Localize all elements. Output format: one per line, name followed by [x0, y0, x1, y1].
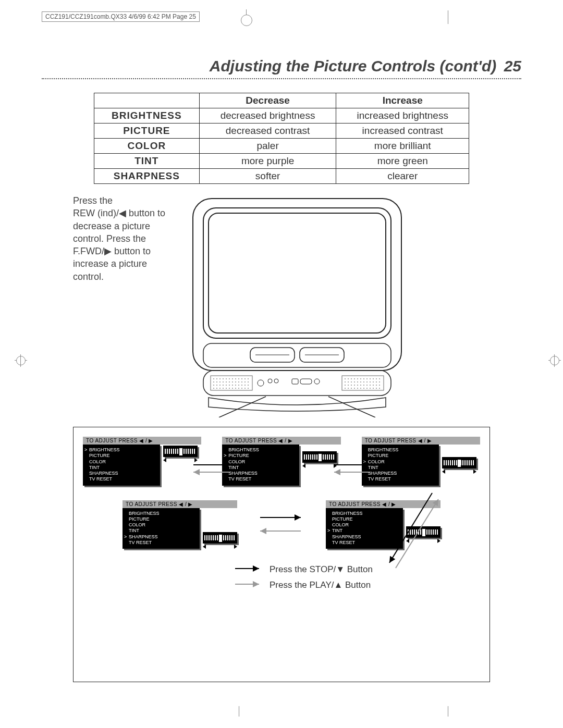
arrow-black-icon [234, 564, 262, 575]
svg-point-57 [244, 388, 246, 389]
svg-point-67 [370, 378, 371, 379]
svg-point-65 [363, 378, 364, 379]
triangle-right-icon [194, 458, 198, 462]
svg-point-31 [238, 381, 239, 382]
svg-point-54 [235, 388, 236, 389]
svg-point-105 [376, 388, 377, 389]
svg-point-47 [213, 388, 214, 389]
svg-point-24 [216, 381, 217, 382]
crop-tick-top-right [448, 10, 448, 24]
osd-item: PICTURE [129, 516, 197, 522]
svg-point-27 [226, 381, 227, 382]
triangle-right-icon [334, 464, 337, 468]
svg-rect-8 [203, 371, 391, 396]
osd-slider [442, 445, 476, 474]
print-slug: CCZ191/CCZ191comb.QX33 4/6/99 6:42 PM Pa… [42, 11, 200, 22]
svg-point-38 [223, 385, 224, 386]
cell: paler [199, 139, 336, 154]
svg-point-94 [379, 385, 380, 386]
svg-point-107 [258, 380, 264, 386]
svg-point-59 [345, 378, 346, 379]
row-label: PICTURE [94, 124, 200, 139]
legend: Press the STOP/▼ Button Press the PLAY/▲… [234, 564, 480, 590]
svg-point-109 [274, 379, 278, 383]
svg-point-21 [244, 378, 246, 379]
svg-point-61 [351, 378, 352, 379]
svg-rect-110 [292, 379, 298, 384]
cell: decreased brightness [199, 108, 336, 124]
triangle-left-icon [302, 464, 305, 468]
svg-point-36 [216, 385, 217, 386]
print-slug-text: CCZ191/CCZ191comb.QX33 4/6/99 6:42 PM Pa… [42, 11, 200, 22]
osd-item: TINT [129, 528, 197, 534]
svg-point-43 [238, 385, 239, 386]
svg-point-42 [235, 385, 236, 386]
svg-point-15 [226, 378, 227, 379]
osd-item: TV RESET [228, 476, 296, 482]
svg-point-75 [357, 381, 358, 382]
svg-point-74 [354, 381, 355, 382]
svg-point-49 [219, 388, 221, 389]
svg-point-50 [223, 388, 224, 389]
svg-point-101 [363, 388, 364, 389]
svg-rect-1 [203, 208, 391, 338]
flow-arrows-center [258, 513, 305, 536]
svg-point-16 [229, 378, 230, 379]
crop-mark-top [239, 9, 254, 25]
osd-header-text: TO ADJUST PRESS ◀ / ▶ [86, 438, 153, 443]
svg-point-100 [360, 388, 361, 389]
osd-slider [203, 508, 237, 549]
triangle-left-icon [163, 458, 166, 462]
flow-arrow-diagonal [380, 490, 443, 573]
row-label: SHARPNESS [94, 169, 200, 184]
svg-point-91 [370, 385, 371, 386]
svg-line-121 [389, 493, 432, 563]
cell: decreased contrast [199, 124, 336, 139]
svg-point-60 [348, 378, 349, 379]
osd-item: SHARPNESS [368, 471, 436, 476]
svg-point-39 [226, 385, 227, 386]
svg-point-80 [373, 381, 374, 382]
page-number: 25 [504, 57, 521, 75]
osd-item: BRIGHTNESS [368, 447, 436, 453]
crop-tick-bottom-left [239, 706, 239, 717]
svg-point-103 [370, 388, 371, 389]
osd-header-text: TO ADJUST PRESS ◀ / ▶ [365, 438, 432, 443]
svg-point-46 [248, 385, 249, 386]
svg-point-70 [379, 378, 380, 379]
svg-point-88 [360, 385, 361, 386]
svg-point-56 [241, 388, 242, 389]
table-row: BRIGHTNESS decreased brightness increase… [94, 108, 469, 124]
svg-point-78 [366, 381, 368, 382]
svg-point-73 [351, 381, 352, 382]
th-decrease: Decrease [199, 93, 336, 108]
svg-point-68 [373, 378, 374, 379]
cell: increased contrast [336, 124, 469, 139]
svg-point-17 [232, 378, 233, 379]
osd-flow-diagram: TO ADJUST PRESS ◀ / ▶ BRIGHTNESS PICTURE… [73, 427, 490, 682]
svg-point-77 [363, 381, 364, 382]
osd-slider [163, 445, 198, 462]
title-rule [42, 78, 521, 79]
triangle-left-icon [442, 470, 445, 474]
th-increase: Increase [336, 93, 469, 108]
svg-point-108 [268, 379, 272, 383]
svg-point-33 [244, 381, 246, 382]
svg-rect-111 [300, 379, 312, 384]
arrow-grey-icon [234, 580, 262, 590]
svg-point-19 [238, 378, 239, 379]
svg-point-112 [314, 379, 320, 384]
instruction-line: F.FWD/▶ button to increase a picture con… [73, 246, 151, 282]
svg-line-122 [396, 499, 438, 568]
svg-point-81 [376, 381, 377, 382]
svg-point-76 [360, 381, 361, 382]
cell: softer [199, 169, 336, 184]
svg-point-25 [219, 381, 221, 382]
osd-item: COLOR [89, 459, 157, 465]
svg-point-40 [229, 385, 230, 386]
table-row: PICTURE decreased contrast increased con… [94, 124, 469, 139]
svg-point-102 [366, 388, 368, 389]
triangle-right-icon [473, 470, 476, 474]
legend-play: Press the PLAY/▲ Button [270, 580, 371, 590]
svg-point-62 [354, 378, 355, 379]
